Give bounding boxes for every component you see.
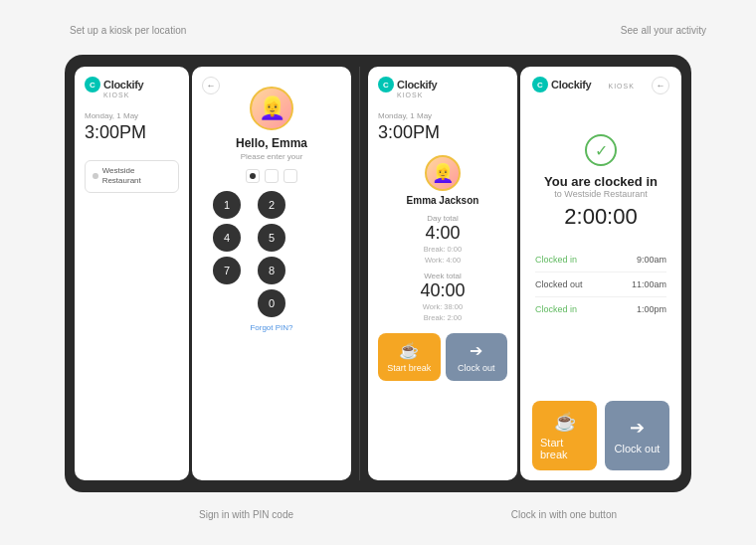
clock-buttons: ☕ Start break ➔ Clock out	[520, 391, 681, 480]
screen2-top: ←	[192, 67, 351, 77]
logo-row-1: C Clockify	[85, 77, 143, 92]
date-time-3: Monday, 1 May 3:00PM	[368, 103, 517, 150]
forgot-pin-link[interactable]: Forgot PIN?	[202, 323, 341, 332]
elapsed-time: 2:00:00	[535, 204, 666, 230]
activity-item-3: Clocked in 1:00pm	[535, 297, 666, 321]
screen-divider	[359, 67, 360, 480]
kiosk-label-1: KIOSK	[103, 91, 129, 98]
annotation-top-left: Set up a kiosk per location	[70, 25, 186, 36]
num-btn-2[interactable]: 2	[258, 191, 285, 219]
day-work: Work: 4:00	[378, 255, 507, 266]
clocked-status-header: ✓ You are clocked in to Westside Restaur…	[520, 99, 681, 248]
clockout-label-4: Clock out	[615, 443, 661, 454]
kiosk-label-3: KIOSK	[397, 91, 423, 98]
num-spacer-left	[207, 289, 235, 317]
location-name: Westside Restaurant	[102, 166, 171, 187]
location-box[interactable]: Westside Restaurant	[85, 160, 179, 193]
logo-text-4: Clockify	[551, 79, 591, 91]
activity-label-2: Clocked out	[535, 279, 583, 289]
back-button-2[interactable]: ←	[202, 77, 220, 94]
enter-pin-text: Please enter your	[202, 152, 341, 161]
location-dot	[93, 173, 98, 179]
start-break-button-4[interactable]: ☕ Start break	[532, 401, 597, 470]
break-icon-4: ☕	[554, 411, 576, 433]
week-stats: Week total 40:00 Work: 38:00 Break: 2:00	[378, 272, 507, 324]
clockify-logo-4: C	[532, 77, 548, 92]
device-frame: C Clockify KIOSK Monday, 1 May 3:00PM We…	[65, 55, 691, 492]
logo-row-3: C Clockify	[378, 77, 437, 92]
num-btn-4[interactable]: 4	[213, 224, 241, 252]
time-3: 3:00PM	[378, 122, 507, 143]
num-empty-bot	[296, 257, 324, 284]
screen1-header: C Clockify KIOSK	[75, 67, 189, 103]
employee-name: Emma Jackson	[378, 195, 507, 206]
clockout-label-3: Clock out	[458, 363, 495, 373]
clock-out-button-3[interactable]: ➔ Clock out	[446, 333, 508, 381]
num-btn-8[interactable]: 8	[258, 257, 285, 284]
logo-text-1: Clockify	[103, 79, 143, 91]
pin-dot-2	[265, 169, 279, 183]
clocked-in-title: You are clocked in	[535, 174, 666, 189]
num-btn-7[interactable]: 7	[213, 257, 241, 284]
kiosk-label-4: KIOSK	[609, 83, 635, 90]
week-total-value: 40:00	[378, 280, 507, 301]
clockout-icon-4: ➔	[630, 417, 645, 439]
activity-time-1: 9:00am	[637, 255, 666, 265]
screen3-header: C Clockify KIOSK	[368, 67, 517, 103]
activity-label-3: Clocked in	[535, 304, 577, 314]
pin-dot-1	[246, 169, 260, 183]
user-avatar-2: 👱‍♀️	[250, 87, 293, 130]
break-icon-3: ☕	[399, 341, 419, 360]
clockout-icon-3: ➔	[470, 341, 482, 360]
logo-row-4: C Clockify	[532, 77, 591, 92]
day-total-label: Day total	[378, 214, 507, 223]
employee-info: 👱‍♀️ Emma Jackson Day total 4:00 Break: …	[368, 150, 517, 386]
week-total-label: Week total	[378, 272, 507, 280]
clocked-location: to Westside Restaurant	[535, 189, 666, 199]
week-break: Break: 2:00	[378, 312, 507, 323]
day-stats: Day total 4:00 Break: 0:00 Work: 4:00	[378, 214, 507, 267]
pin-dot-3	[284, 169, 297, 183]
date-3: Monday, 1 May	[378, 111, 507, 120]
back-button-4[interactable]: ←	[652, 77, 669, 94]
break-label-4: Start break	[540, 437, 589, 460]
logo-text-3: Clockify	[397, 79, 437, 91]
num-btn-1[interactable]: 1	[213, 191, 241, 219]
check-circle: ✓	[585, 134, 617, 166]
annotation-top-right: See all your activity	[621, 25, 706, 36]
avatar-face-2: 👱‍♀️	[259, 95, 285, 121]
screen-employee-summary: C Clockify KIOSK Monday, 1 May 3:00PM 👱‍…	[368, 67, 517, 480]
screen-pin-entry: ← 👱‍♀️ Hello, Emma Please enter your 1 2	[192, 67, 351, 480]
activity-item-1: Clocked in 9:00am	[535, 248, 666, 272]
num-empty-top	[296, 191, 324, 219]
activity-item-2: Clocked out 11:00am	[535, 272, 666, 297]
screen-kiosk-main: C Clockify KIOSK Monday, 1 May 3:00PM We…	[75, 67, 189, 480]
annotation-bottom-left: Sign in with PIN code	[199, 509, 293, 520]
right-group: C Clockify KIOSK Monday, 1 May 3:00PM 👱‍…	[368, 67, 681, 480]
time-1: 3:00PM	[85, 122, 179, 143]
num-empty-mid	[296, 224, 324, 252]
date-1: Monday, 1 May	[85, 111, 179, 120]
clockify-logo-3: C	[378, 77, 394, 92]
clockify-logo-1: C	[85, 77, 100, 92]
annotation-bottom-right: Clock in with one button	[511, 509, 617, 520]
clock-out-button-4[interactable]: ➔ Clock out	[605, 401, 669, 470]
screen4-header: C Clockify KIOSK ←	[520, 67, 681, 99]
date-time-1: Monday, 1 May 3:00PM	[75, 103, 189, 150]
action-buttons-3: ☕ Start break ➔ Clock out	[378, 333, 507, 381]
activity-label-1: Clocked in	[535, 255, 577, 265]
employee-avatar: 👱‍♀️	[425, 155, 461, 191]
left-group: C Clockify KIOSK Monday, 1 May 3:00PM We…	[75, 67, 351, 480]
pin-dots	[202, 169, 341, 183]
num-btn-5[interactable]: 5	[258, 224, 285, 252]
numpad: 1 2 4 5 7 8 0	[202, 191, 341, 317]
start-break-button-3[interactable]: ☕ Start break	[378, 333, 441, 381]
screen2-inner: 👱‍♀️ Hello, Emma Please enter your 1 2 4…	[192, 77, 351, 342]
week-work: Work: 38:00	[378, 301, 507, 312]
greeting-text: Hello, Emma	[202, 136, 341, 150]
num-btn-0[interactable]: 0	[258, 289, 285, 317]
activity-time-3: 1:00pm	[637, 304, 666, 314]
num-spacer-right	[296, 289, 324, 317]
activity-time-2: 11:00am	[632, 279, 666, 289]
day-break: Break: 0:00	[378, 244, 507, 255]
